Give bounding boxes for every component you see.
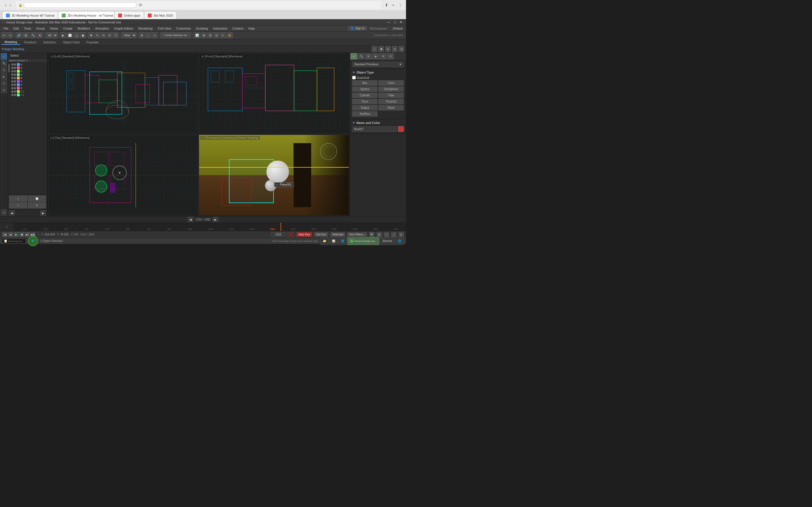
viewport-nav-3[interactable]: ↕: [391, 232, 396, 237]
link-button[interactable]: 🔗: [15, 32, 22, 38]
tab-modeling[interactable]: Modeling: [2, 40, 20, 45]
back-button[interactable]: ‹: [4, 2, 8, 8]
mirror2-button[interactable]: ↔: [145, 32, 151, 38]
rotate-button[interactable]: ↻: [94, 32, 100, 38]
menu-create[interactable]: Create: [61, 26, 75, 31]
btn-cylinder[interactable]: Cylinder: [352, 93, 377, 98]
timeline-ruler[interactable]: 100 200 300 400 500 600 700 800 900 1000…: [14, 223, 406, 231]
btn-tube[interactable]: Tube: [378, 93, 404, 98]
nav-icon-motion[interactable]: ▶: [1, 73, 7, 80]
nav-icon-hierarchy[interactable]: ⊞: [1, 67, 7, 73]
reload-button[interactable]: ⟳: [138, 2, 144, 8]
filter-dropdown[interactable]: All: [45, 32, 58, 38]
pivot-button[interactable]: ⊕: [139, 32, 145, 38]
tab-3dsmax-2020[interactable]: 3ds Max 2020: [144, 11, 176, 19]
list-item[interactable]: • □ C (: [10, 90, 47, 93]
redo-button[interactable]: ↪: [7, 32, 13, 38]
menu-file[interactable]: File: [1, 26, 11, 31]
lasso-select-button[interactable]: ◻: [74, 32, 80, 38]
nav-icon-extras[interactable]: ⊟: [1, 209, 7, 216]
menu-scripting[interactable]: Scripting: [194, 26, 210, 31]
taskbar-windows[interactable]: 🪟: [329, 237, 338, 245]
bind-button[interactable]: 🔧: [30, 32, 36, 38]
forward-button[interactable]: ›: [9, 2, 12, 8]
list-item[interactable]: • □ B: [10, 69, 47, 73]
add-object-button[interactable]: +: [28, 236, 38, 246]
rp-tab-modify[interactable]: 🔧: [358, 53, 364, 59]
scale2-button[interactable]: ⟳: [107, 32, 112, 38]
taskbar-house-design[interactable]: House Design.ma...: [347, 237, 379, 245]
list-button[interactable]: ☰: [207, 32, 213, 38]
menu-group[interactable]: Group: [34, 26, 47, 31]
close-button[interactable]: ✕: [398, 20, 404, 24]
list-item[interactable]: • □ B: [10, 87, 47, 90]
tab-3ds-modeling[interactable]: 3Ds Modeling House - w/ Tutorial (MTV Cr…: [58, 11, 114, 19]
mirror-button[interactable]: ⧖: [113, 32, 119, 38]
nav-icon-utilities[interactable]: ⚙: [1, 87, 7, 93]
sort-dropdown[interactable]: Name (Sorted ↑): [8, 59, 47, 63]
list-item[interactable]: • □ B: [10, 73, 47, 76]
set-key-button[interactable]: Set Key: [314, 232, 328, 237]
workspaces-dropdown[interactable]: Default: [391, 26, 405, 31]
viewport-nav-4[interactable]: ⟳: [399, 232, 404, 237]
menu-views[interactable]: Views: [48, 26, 60, 31]
list-item[interactable]: • □ B: [10, 83, 47, 87]
undo-button[interactable]: ↩: [1, 32, 7, 38]
view-dropdown[interactable]: View: [121, 32, 137, 38]
list-item[interactable]: • □ B: [10, 63, 47, 66]
list-btn-2[interactable]: ⬜: [28, 195, 46, 202]
timeline-playhead[interactable]: [281, 223, 281, 231]
menu-help[interactable]: Help: [246, 26, 257, 31]
viewport-nav-2[interactable]: ↔: [384, 232, 389, 237]
align-button[interactable]: ≡: [152, 32, 158, 38]
rect-select-button[interactable]: ⬜: [66, 32, 73, 38]
standard-primitives-dropdown[interactable]: Standard Primitives ▼: [352, 62, 404, 67]
auto-key-button[interactable]: Auto Key: [297, 232, 312, 237]
new-tab-button[interactable]: +: [391, 2, 396, 8]
config-btn[interactable]: ⚙: [28, 202, 46, 209]
menu-tools[interactable]: Tools: [22, 26, 34, 31]
table-button[interactable]: ⊞: [201, 32, 207, 38]
tab-object-paint[interactable]: Object Paint: [60, 40, 83, 45]
scale-button[interactable]: ⟲: [101, 32, 106, 38]
prop-button[interactable]: ⊟: [214, 32, 219, 38]
play-button[interactable]: ▶: [13, 232, 18, 237]
tab-selection[interactable]: Selection: [40, 40, 59, 45]
list-item[interactable]: • □ B: [10, 76, 47, 80]
first-frame-button[interactable]: |◀: [2, 232, 7, 237]
prev-page-button[interactable]: ◀: [9, 210, 15, 216]
unlink-button[interactable]: ⛓: [23, 32, 29, 38]
btn-cone[interactable]: Cone: [378, 80, 404, 86]
next-viewport-button[interactable]: ▶: [213, 217, 218, 222]
frame-input[interactable]: [271, 232, 285, 237]
list-scrollbar-thumb[interactable]: [8, 64, 10, 72]
poly-tool-1[interactable]: ⬡: [371, 46, 377, 52]
rp-tab-display[interactable]: 👁: [380, 53, 387, 59]
viewport-front[interactable]: [+] [Front] [Standard] [Wireframe]: [199, 53, 349, 134]
poly-tool-5[interactable]: ⊞: [399, 46, 404, 52]
browser-menu-button[interactable]: ⋮: [397, 2, 404, 8]
graph-button[interactable]: 📊: [194, 32, 200, 38]
tab-3d-modeling[interactable]: 3D Modeling House W/ Tutorial: [2, 11, 58, 19]
create-selection-button[interactable]: Create Selection Se: [160, 32, 191, 38]
sign-in-button[interactable]: 👤 Sign In: [348, 26, 367, 31]
autogrid-checkbox[interactable]: [352, 76, 356, 79]
nav-icon-create[interactable]: ⊕: [1, 53, 7, 59]
taskbar-browser[interactable]: 🌐: [338, 237, 347, 245]
menu-customize[interactable]: Customize: [174, 26, 193, 31]
filter-btn[interactable]: ▽: [9, 202, 28, 209]
nav-icon-display[interactable]: 👁: [1, 80, 7, 87]
poly-tool-3[interactable]: ◈: [385, 46, 391, 52]
nav-icon-modify[interactable]: 🔧: [1, 60, 7, 66]
btn-sphere[interactable]: Sphere: [352, 87, 377, 92]
menu-animation[interactable]: Animation: [93, 26, 111, 31]
key-filters-button[interactable]: Key Filters...: [347, 232, 367, 237]
tab-freeform[interactable]: Freeform: [21, 40, 40, 45]
poly-tool-4[interactable]: ⊕: [392, 46, 398, 52]
menu-content[interactable]: Content: [230, 26, 246, 31]
list-item[interactable]: • □ B: [10, 80, 47, 83]
select-button[interactable]: ▶: [60, 32, 66, 38]
menu-civil-view[interactable]: Civil View: [155, 26, 173, 31]
btn-textplus[interactable]: TextPlus: [352, 111, 377, 117]
list-btn-1[interactable]: ≡: [9, 195, 28, 202]
